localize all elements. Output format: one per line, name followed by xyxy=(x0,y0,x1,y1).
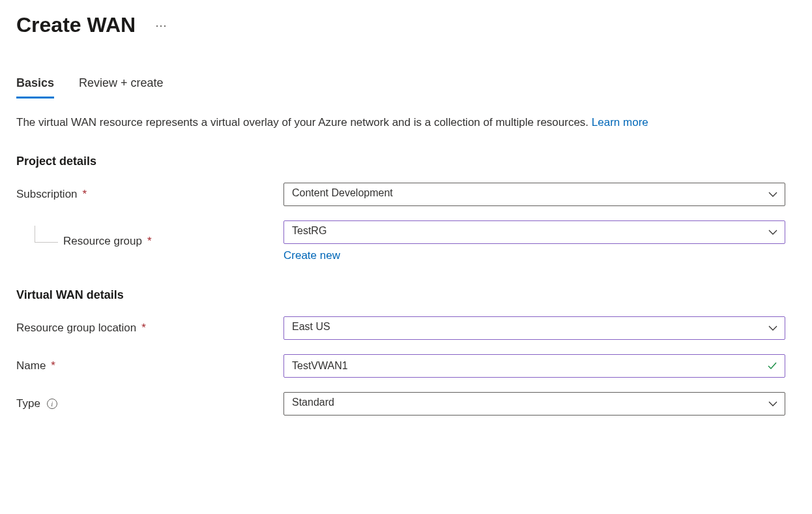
label-subscription: Subscription * xyxy=(16,188,283,201)
required-indicator: * xyxy=(147,235,152,248)
section-vwan-details: Virtual WAN details Resource group locat… xyxy=(16,288,796,416)
row-subscription: Subscription * Content Development xyxy=(16,183,796,206)
section-project-details: Project details Subscription * Content D… xyxy=(16,155,796,262)
label-type: Type i xyxy=(16,397,283,410)
row-location: Resource group location * East US xyxy=(16,316,796,340)
description-body: The virtual WAN resource represents a vi… xyxy=(16,116,592,128)
location-select[interactable]: East US xyxy=(283,316,785,340)
subscription-select[interactable]: Content Development xyxy=(283,183,785,206)
label-name: Name * xyxy=(16,359,283,372)
resource-group-select[interactable]: TestRG xyxy=(283,220,785,244)
section-title-vwan-details: Virtual WAN details xyxy=(16,288,796,302)
row-type: Type i Standard xyxy=(16,392,796,416)
row-name: Name * xyxy=(16,354,796,378)
tab-review-create[interactable]: Review + create xyxy=(79,76,164,98)
tabs: Basics Review + create xyxy=(16,76,796,98)
type-select[interactable]: Standard xyxy=(283,392,785,416)
create-new-link[interactable]: Create new xyxy=(283,249,340,262)
label-resource-group: Resource group * xyxy=(16,235,283,248)
section-title-project-details: Project details xyxy=(16,155,796,168)
description-text: The virtual WAN resource represents a vi… xyxy=(16,114,785,131)
page-title: Create WAN xyxy=(16,13,136,37)
name-input[interactable] xyxy=(283,354,785,378)
required-indicator: * xyxy=(141,322,146,335)
learn-more-link[interactable]: Learn more xyxy=(592,116,648,128)
required-indicator: * xyxy=(83,188,87,201)
info-icon[interactable]: i xyxy=(47,399,57,409)
required-indicator: * xyxy=(51,359,55,372)
more-icon[interactable]: ⋯ xyxy=(155,18,168,33)
row-resource-group: Resource group * TestRG Create new xyxy=(16,220,796,262)
tab-basics[interactable]: Basics xyxy=(16,76,54,98)
label-location: Resource group location * xyxy=(16,322,283,335)
indent-connector xyxy=(35,226,58,243)
